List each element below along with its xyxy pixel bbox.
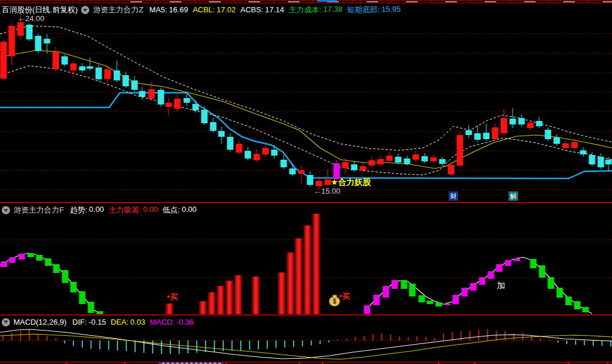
candle-body (263, 148, 269, 154)
candle-body (422, 156, 428, 161)
candle-body (369, 160, 375, 166)
candle-body (545, 130, 552, 139)
date-cursor-text (218, 363, 221, 363)
candle-body (501, 118, 507, 133)
stat-label: 趋势: (70, 205, 88, 215)
indicator-block (53, 264, 60, 273)
indicator-block (374, 295, 380, 305)
indicator-bar (199, 301, 207, 314)
header-stat: DEA:0.03 (111, 318, 146, 326)
header-stat: ACBS:17.14 (240, 5, 284, 14)
candle-body (307, 175, 314, 185)
indicator-block (574, 301, 581, 309)
stat-value: 15.95 (382, 5, 401, 15)
indicator-bar (295, 238, 302, 314)
toolbar-glyph (603, 1, 612, 2)
collapse-chevron-icon[interactable] (81, 6, 89, 14)
date-cursor-text (190, 363, 193, 363)
indicator-block (514, 258, 520, 261)
dea-line (0, 334, 612, 359)
candle-body (598, 157, 604, 167)
candle-body (413, 154, 419, 160)
indicator-block (383, 286, 389, 298)
star-signal-label: ★合力妖股 (331, 177, 371, 188)
candle-body (475, 133, 481, 140)
toolbar-glyph (563, 1, 575, 2)
indicator-bar (217, 286, 224, 314)
candle-body (210, 122, 217, 131)
indicator-block (409, 284, 416, 296)
indicator-block (444, 304, 450, 305)
candle-body (132, 80, 138, 90)
main-header-stats: MA5:16.69ACBL:17.02ACBS:17.14主力成本:17.38短… (149, 5, 405, 15)
stock-chart-window: 百润股份(日线.前复权) 游资主力合力Z MA5:16.69ACBL:17.02… (0, 0, 612, 364)
date-cursor-text (214, 363, 216, 363)
indicator-block (505, 260, 512, 266)
candle-body (193, 104, 199, 110)
candle-body (139, 91, 146, 97)
stat-value: -0.36 (176, 318, 194, 326)
indicator-name: 游资主力合力Z (93, 5, 143, 15)
indicator-block (496, 264, 503, 272)
stat-value: 17.02 (217, 5, 236, 14)
candle-body (35, 36, 42, 51)
macd-header-stats: DIF:-0.15DEA:0.03MACD:-0.36 (72, 318, 198, 326)
stat-value: 0.03 (130, 318, 145, 326)
header-stat: ACBL:17.02 (193, 5, 236, 14)
candle-body (342, 162, 349, 168)
toolbar-glyph (406, 1, 418, 2)
chart-canvas[interactable] (0, 0, 612, 364)
candle-body (174, 99, 181, 109)
candle-body (298, 170, 305, 174)
indicator-block (436, 302, 442, 306)
candle-body (218, 131, 225, 137)
candle-body (271, 150, 278, 156)
candle-body (325, 180, 331, 185)
candle-body (1, 42, 7, 79)
indicator-block (488, 271, 495, 279)
header-stat: MA5:16.69 (149, 5, 188, 14)
indicator-block (462, 288, 468, 296)
stat-value: 17.38 (323, 5, 342, 15)
stat-label: 主力吸筹: (109, 205, 142, 215)
indicator-block (62, 270, 69, 283)
indicator-block (45, 258, 52, 266)
date-cursor-text (167, 363, 169, 363)
candle-body (149, 89, 155, 99)
stat-label: ACBS: (240, 5, 263, 14)
candle-body (439, 159, 446, 164)
stat-label: DIF: (72, 318, 87, 326)
buy-signal-label: ●买 (167, 292, 177, 302)
toolbar-glyph (445, 1, 457, 2)
stat-value: 17.14 (265, 5, 284, 14)
indicator-block (530, 259, 537, 268)
jie-tag: 解 (509, 191, 518, 201)
candle-body (201, 110, 208, 123)
buy-signal-label: ●买 (339, 291, 349, 302)
candle-body (236, 144, 243, 153)
collapse-chevron-icon[interactable] (2, 318, 10, 326)
stat-label: 主力成本: (289, 5, 322, 15)
candle-body (466, 130, 472, 135)
date-cursor-text (181, 363, 183, 363)
candle-body (563, 143, 569, 148)
indicator-block (19, 254, 25, 259)
collapse-chevron-icon[interactable] (2, 206, 10, 214)
high-price-label: ←24.00 (18, 14, 45, 23)
candle-body (351, 164, 358, 170)
indicator-block (28, 253, 34, 257)
indicator-block (1, 261, 8, 267)
stat-label: DEA: (111, 318, 129, 326)
indicator-name: MACD(12,26,9) (14, 318, 66, 326)
toolbar-glyph (130, 1, 142, 2)
indicator-panel-header: 游资主力合力F 趋势:0.00主力吸筹:0.00低点:0.00 (2, 205, 201, 215)
stat-label: MA5: (149, 5, 167, 14)
indicator-block (479, 277, 486, 285)
candle-body (448, 165, 455, 174)
header-stat: DIF:-0.15 (72, 318, 106, 326)
stat-label: MACD: (150, 318, 174, 326)
stat-label: 短期底部: (347, 5, 380, 15)
stat-value: 0.00 (89, 205, 104, 215)
candle-body (79, 66, 86, 70)
indicator-curve (364, 257, 592, 314)
